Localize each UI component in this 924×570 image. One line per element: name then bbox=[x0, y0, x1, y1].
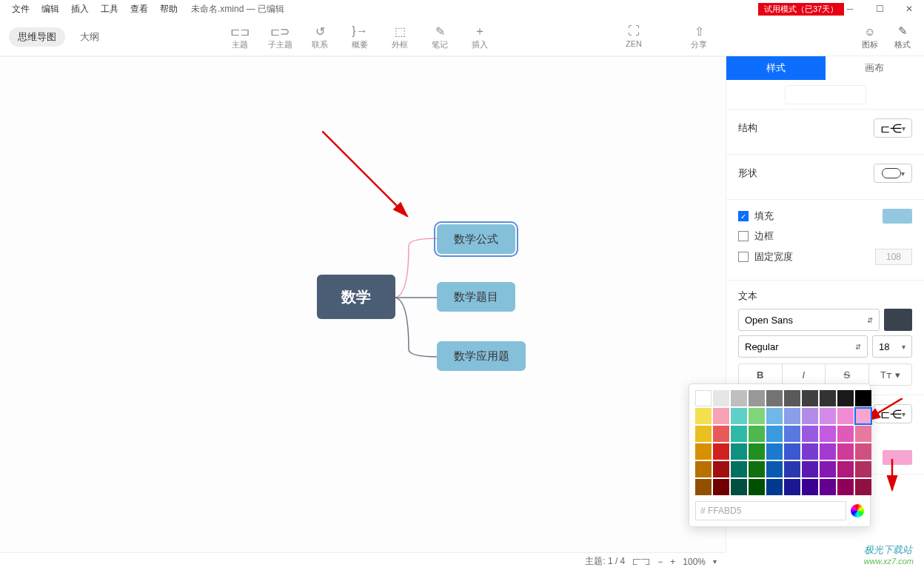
color-cell[interactable] bbox=[695, 408, 712, 424]
text-case-button[interactable]: Tᴛ ▾ bbox=[869, 364, 912, 385]
strikethrough-button[interactable]: S bbox=[826, 364, 869, 385]
color-cell[interactable] bbox=[749, 479, 765, 495]
font-size-select[interactable]: 18▾ bbox=[872, 335, 912, 358]
color-cell[interactable] bbox=[731, 479, 747, 495]
font-family-select[interactable]: Open Sans⇵ bbox=[738, 309, 880, 331]
color-cell[interactable] bbox=[837, 426, 854, 442]
color-cell[interactable] bbox=[695, 479, 712, 495]
menu-edit[interactable]: 编辑 bbox=[36, 3, 65, 16]
color-cell[interactable] bbox=[837, 443, 854, 460]
color-cell[interactable] bbox=[837, 461, 854, 477]
color-cell[interactable] bbox=[802, 390, 818, 406]
menu-file[interactable]: 文件 bbox=[6, 3, 36, 16]
color-cell[interactable] bbox=[713, 408, 729, 424]
zoom-level[interactable]: 100% bbox=[683, 557, 706, 567]
mindmap-root[interactable]: 数学 bbox=[317, 275, 395, 319]
color-cell[interactable] bbox=[695, 443, 712, 460]
checkbox-fixed-width[interactable] bbox=[738, 252, 749, 262]
color-cell[interactable] bbox=[820, 461, 836, 477]
color-cell[interactable] bbox=[713, 426, 729, 442]
branch-color-swatch[interactable] bbox=[883, 450, 912, 465]
color-cell[interactable] bbox=[731, 390, 747, 406]
tool-icon[interactable]: ☺图标 bbox=[856, 23, 884, 50]
color-cell[interactable] bbox=[731, 408, 747, 424]
tab-mindmap[interactable]: 思维导图 bbox=[9, 27, 65, 47]
color-cell[interactable] bbox=[749, 390, 765, 406]
color-cell[interactable] bbox=[855, 443, 871, 460]
color-cell[interactable] bbox=[820, 426, 836, 442]
checkbox-border[interactable] bbox=[738, 231, 749, 241]
color-cell[interactable] bbox=[855, 426, 871, 442]
color-cell[interactable] bbox=[695, 390, 712, 406]
color-cell[interactable] bbox=[695, 426, 712, 442]
mindmap-child-0[interactable]: 数学公式 bbox=[437, 224, 515, 254]
color-cell[interactable] bbox=[820, 443, 836, 460]
tool-topic[interactable]: ⊏⊐主题 bbox=[222, 23, 258, 50]
mindmap-child-1[interactable]: 数学题目 bbox=[437, 282, 515, 312]
color-cell[interactable] bbox=[802, 408, 818, 424]
color-cell[interactable] bbox=[784, 426, 800, 442]
maximize-button[interactable]: ☐ bbox=[865, 0, 894, 18]
font-weight-select[interactable]: Regular⇵ bbox=[738, 335, 868, 358]
zoom-in-button[interactable]: + bbox=[670, 557, 675, 567]
minimize-button[interactable]: ─ bbox=[835, 0, 865, 18]
tool-summary[interactable]: }→概要 bbox=[342, 23, 378, 50]
tool-boundary[interactable]: ⬚外框 bbox=[382, 23, 418, 50]
color-cell[interactable] bbox=[820, 390, 836, 406]
color-cell[interactable] bbox=[820, 479, 836, 495]
fill-color-swatch[interactable] bbox=[883, 209, 912, 224]
tool-subtopic[interactable]: ⊏⊃子主题 bbox=[262, 23, 298, 50]
color-cell[interactable] bbox=[784, 443, 800, 460]
panel-tab-style[interactable]: 样式 bbox=[726, 56, 826, 80]
fixed-width-input[interactable] bbox=[875, 249, 912, 265]
hex-input[interactable] bbox=[695, 501, 846, 520]
color-cell[interactable] bbox=[731, 461, 747, 477]
color-cell[interactable] bbox=[802, 443, 818, 460]
shape-selector[interactable]: ▾ bbox=[874, 164, 912, 183]
canvas-area[interactable]: 数学 数学公式 数学题目 数学应用题 bbox=[0, 56, 726, 552]
close-button[interactable]: ✕ bbox=[894, 0, 924, 18]
tool-format[interactable]: ✎格式 bbox=[888, 23, 917, 50]
color-cell[interactable] bbox=[784, 479, 800, 495]
bold-button[interactable]: B bbox=[739, 364, 783, 385]
color-cell[interactable] bbox=[766, 390, 783, 406]
menu-help[interactable]: 帮助 bbox=[154, 3, 184, 16]
color-cell[interactable] bbox=[802, 461, 818, 477]
menu-view[interactable]: 查看 bbox=[124, 3, 154, 16]
color-wheel-button[interactable] bbox=[851, 504, 864, 517]
tool-insert[interactable]: ＋插入 bbox=[462, 23, 498, 50]
color-cell[interactable] bbox=[802, 479, 818, 495]
color-cell[interactable] bbox=[731, 426, 747, 442]
tool-relation[interactable]: ↺联系 bbox=[302, 23, 338, 50]
color-cell[interactable] bbox=[766, 408, 783, 424]
color-cell[interactable] bbox=[749, 443, 765, 460]
color-cell[interactable] bbox=[766, 443, 783, 460]
color-cell[interactable] bbox=[695, 461, 712, 477]
zoom-out-button[interactable]: − bbox=[657, 557, 663, 567]
checkbox-fill[interactable]: ✓ bbox=[738, 211, 749, 221]
color-cell[interactable] bbox=[713, 479, 729, 495]
color-cell[interactable] bbox=[784, 461, 800, 477]
branch-selector[interactable]: ⊏⋲▾ bbox=[874, 404, 912, 423]
color-cell[interactable] bbox=[713, 390, 729, 406]
color-cell[interactable] bbox=[855, 479, 871, 495]
tool-note[interactable]: ✎笔记 bbox=[422, 23, 458, 50]
color-cell[interactable] bbox=[837, 390, 854, 406]
text-color-swatch[interactable] bbox=[884, 309, 912, 331]
map-overview-icon[interactable]: ⫍⫎ bbox=[632, 557, 650, 567]
color-cell[interactable] bbox=[731, 443, 747, 460]
structure-selector[interactable]: ⊏⋲▾ bbox=[874, 118, 912, 138]
menu-tools[interactable]: 工具 bbox=[95, 3, 124, 16]
color-cell[interactable] bbox=[802, 426, 818, 442]
tool-share[interactable]: ⇧分享 bbox=[681, 23, 717, 50]
tab-outline[interactable]: 大纲 bbox=[71, 27, 108, 47]
color-cell[interactable] bbox=[766, 461, 783, 477]
color-cell[interactable] bbox=[766, 426, 783, 442]
color-cell[interactable] bbox=[749, 408, 765, 424]
color-cell[interactable] bbox=[713, 461, 729, 477]
color-cell[interactable] bbox=[855, 390, 871, 406]
panel-tab-canvas[interactable]: 画布 bbox=[826, 56, 925, 80]
mindmap-child-2[interactable]: 数学应用题 bbox=[437, 341, 526, 371]
color-cell[interactable] bbox=[784, 408, 800, 424]
color-cell[interactable] bbox=[837, 479, 854, 495]
